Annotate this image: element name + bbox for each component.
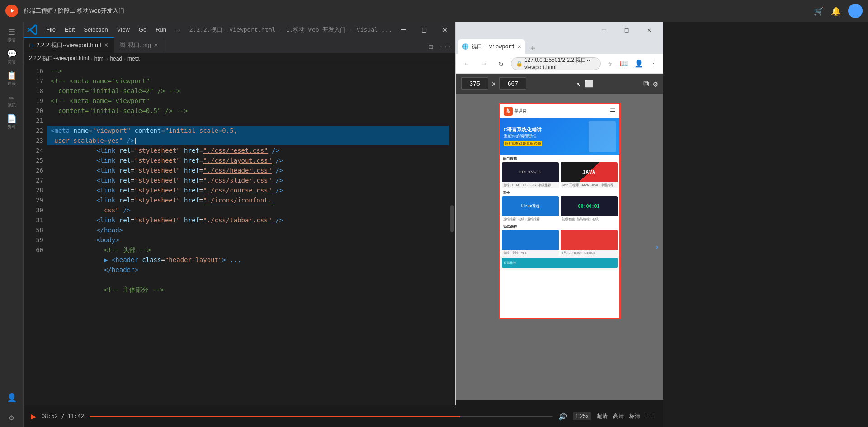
progress-fill [90,416,460,417]
more-tabs-button[interactable]: ··· [439,40,452,53]
device-height-input[interactable] [499,77,526,90]
phone-logo: 慕 慕课网 [504,107,527,116]
browser-titlebar: ─ □ ✕ [456,22,663,38]
lock-icon: 🔒 [516,61,523,67]
close-button[interactable]: ✕ [434,22,455,38]
main-layout: ☰ 意节 💬 问答 📋 课表 ✏ 笔记 📄 资料 👤 ⚙ [0,22,868,427]
banner-title: C语言系统化精讲 [504,127,542,132]
qa-icon: 💬 [7,49,17,58]
code-content[interactable]: --> <!-- <meta name="viewport" content="… [47,64,449,417]
phone-banner: C语言系统化精讲 重塑你的编程思维 限时优惠 ¥219 原价 ¥699 [500,118,619,155]
code-line-27: <link rel="stylesheet" href="./css/tabba… [47,215,449,225]
section-title-practice: 实战课程 [500,222,619,230]
current-time: 08:52 / 11:42 [42,413,84,419]
fullscreen-button[interactable]: ⛶ [646,412,653,421]
sidebar-item-profile[interactable]: 👤 [2,387,22,407]
sidebar-item-nav[interactable]: ☰ 意节 [2,25,22,45]
menu-more[interactable]: ··· [171,22,185,38]
hd-button[interactable]: 超清 [597,413,608,420]
browser-minimize[interactable]: ─ [594,22,614,38]
new-tab-button[interactable]: + [526,41,539,54]
window-controls: ─ □ ✕ [393,22,455,38]
sidebar-item-notes[interactable]: ✏ 笔记 [2,90,22,110]
top-bar: 前端工程师 / 阶段二·移动Web开发入门 🛒 🔔 [0,0,868,22]
tab-viewport-png[interactable]: 🖼 视口.png ✕ [114,37,164,53]
sidebar-item-settings[interactable]: ⚙ [2,407,22,427]
breadcrumb-meta[interactable]: meta [127,56,140,62]
device-toolbar: x ↖ ⬜ ⧉ ⚙ [456,74,663,94]
minimize-button[interactable]: ─ [393,22,414,38]
breadcrumb-file[interactable]: 2.2.2.视口--viewport.html [29,55,89,62]
play-button[interactable]: ▶ [31,411,36,422]
line-numbers: 16 17 18 19 20 21 22 23 24 25 26 27 28 2… [24,64,47,417]
menu-edit[interactable]: Edit [60,22,79,38]
browser-toolbar-icons: ☆ 📖 👤 ⋮ [604,57,660,70]
cursor-tool-button[interactable]: ↖ [576,79,581,89]
browser-tab-viewport[interactable]: 🌐 视口--viewport ✕ [458,39,525,54]
sidebar-item-materials[interactable]: 📄 资料 [2,112,22,132]
breadcrumb-html[interactable]: html [94,56,105,62]
device-settings-button[interactable]: ⚙ [653,79,658,89]
menu-go[interactable]: Go [134,22,151,38]
practice-card-info-2: 6月末 · Redux · Node.js [561,250,618,256]
profile-icon[interactable]: 👤 [632,57,645,70]
address-bar[interactable]: 🔒 127.0.0.1:5501/2.2.2.视口--viewport.html [511,57,601,70]
sidebar-item-qa[interactable]: 💬 问答 [2,47,22,67]
sidebar-item-schedule[interactable]: 📋 课表 [2,69,22,89]
browser-tab-close[interactable]: ✕ [518,43,521,50]
phone-menu-icon: ☰ [610,108,616,115]
menu-run[interactable]: Run [151,22,171,38]
code-line-59 [47,275,449,285]
browser-maximize[interactable]: □ [616,22,637,38]
profile-icon: 👤 [7,393,17,402]
code-line-18b: content="initial-scale=0.5" /> --> [47,106,449,116]
forward-button[interactable]: → [476,56,491,71]
vscode-logo [27,24,38,35]
code-line-20b: user-scalable=yes" /> [47,136,449,145]
bookmark-icon[interactable]: ☆ [604,57,616,70]
menu-selection[interactable]: Selection [79,22,112,38]
maximize-button[interactable]: □ [414,22,434,38]
back-button[interactable]: ← [459,56,474,71]
device-responsive-button[interactable]: ⬜ [585,79,594,89]
course-card-java: JAVA Java 工程师 · JAVA · Java · 中级推荐 [561,162,618,188]
course-grid: HTML/CSS/JS 前端 · HTML · CSS · JS · 初级推荐 … [500,162,619,188]
std-button[interactable]: 标清 [629,413,640,420]
code-line-23: <link rel="stylesheet" href="./css/heade… [47,165,449,175]
avatar[interactable] [848,4,863,18]
editor-titlebar: File Edit Selection View Go Run ··· 2.2.… [24,22,455,38]
device-width-input[interactable] [461,77,488,90]
split-editor-button[interactable]: ⊞ [425,40,437,53]
menu-view[interactable]: View [113,22,134,38]
notification-icon[interactable]: 🔔 [831,6,841,16]
tab-bar: ◻ 2.2.2.视口--viewport.html ✕ 🖼 视口.png ✕ ⊞… [24,38,455,53]
progress-bar[interactable] [90,416,553,417]
breadcrumb-head[interactable]: head [110,56,122,62]
read-mode-icon[interactable]: 📖 [618,57,631,70]
cart-icon[interactable]: 🛒 [814,6,824,16]
browser-more-icon[interactable]: ⋮ [647,57,660,70]
reload-button[interactable]: ↻ [494,56,508,71]
browser-close[interactable]: ✕ [639,22,660,38]
editor-scrollbar[interactable] [449,64,455,417]
code-line-30: <!-- 头部 --> [47,245,449,255]
breadcrumb: 前端工程师 / 阶段二·移动Web开发入门 [24,7,124,15]
device-toolbar-right: ↖ ⬜ [576,79,594,89]
browser-panel: ─ □ ✕ 🌐 视口--viewport ✕ + ← → ↻ 🔒 127.0.0… [455,22,663,427]
tab-close-icon[interactable]: ✕ [104,42,108,48]
code-line-29: <body> [47,235,449,245]
volume-button[interactable]: 🔊 [558,412,567,421]
expand-arrow-button[interactable]: › [654,241,660,252]
code-line-16: --> [47,66,449,76]
split-view-button[interactable]: ⧉ [643,79,649,89]
app-logo [5,5,18,17]
tab-viewport-html[interactable]: ◻ 2.2.2.视口--viewport.html ✕ [24,37,114,53]
course-card-info-java: Java 工程师 · JAVA · Java · 中级推荐 [561,182,618,188]
browser-favicon: 🌐 [462,43,469,50]
code-line-24: <link rel="stylesheet" href="./css/slide… [47,175,449,185]
speed-button[interactable]: 1.25x [573,412,591,420]
sidebar: ☰ 意节 💬 问答 📋 课表 ✏ 笔记 📄 资料 👤 ⚙ [0,22,24,427]
menu-file[interactable]: File [42,22,60,38]
tab-close-icon-2[interactable]: ✕ [154,42,158,48]
hd2-button[interactable]: 高清 [613,413,624,420]
